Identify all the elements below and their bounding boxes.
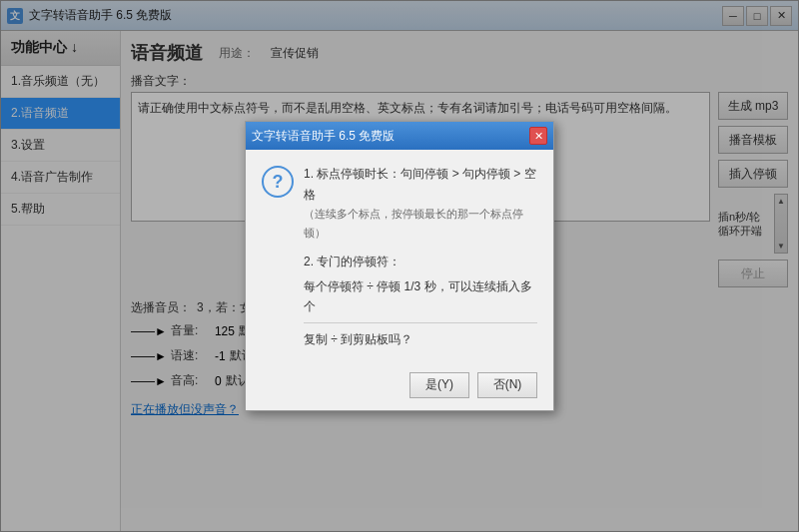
dialog-title-bar: 文字转语音助手 6.5 免费版 ✕ — [246, 122, 553, 150]
dialog-no-button[interactable]: 否(N) — [477, 372, 537, 398]
dialog-close-button[interactable]: ✕ — [529, 127, 547, 145]
dialog-point2-detail: 每个停顿符 ÷ 停顿 1/3 秒，可以连续插入多个 — [304, 276, 537, 317]
dialog-point1-title: 1. 标点停顿时长：句间停顿 > 句内停顿 > 空格 — [304, 164, 537, 205]
dialog: 文字转语音助手 6.5 免费版 ✕ ? 1. 标点停顿时长：句间停顿 > 句内停… — [245, 121, 554, 411]
dialog-yes-button[interactable]: 是(Y) — [409, 372, 469, 398]
dialog-divider — [304, 322, 537, 323]
dialog-question-icon: ? — [262, 166, 294, 198]
dialog-point1-sub: （连续多个标点，按停顿最长的那一个标点停顿） — [304, 205, 537, 242]
dialog-text: 1. 标点停顿时长：句间停顿 > 句内停顿 > 空格 （连续多个标点，按停顿最长… — [304, 164, 537, 350]
dialog-content: ? 1. 标点停顿时长：句间停顿 > 句内停顿 > 空格 （连续多个标点，按停顿… — [246, 150, 553, 364]
dialog-question: 复制 ÷ 到剪贴板吗？ — [304, 329, 537, 349]
dialog-overlay: 文字转语音助手 6.5 免费版 ✕ ? 1. 标点停顿时长：句间停顿 > 句内停… — [0, 0, 799, 532]
dialog-point2-title: 2. 专门的停顿符： — [304, 255, 400, 268]
dialog-title: 文字转语音助手 6.5 免费版 — [252, 128, 395, 145]
dialog-footer: 是(Y) 否(N) — [246, 364, 553, 410]
